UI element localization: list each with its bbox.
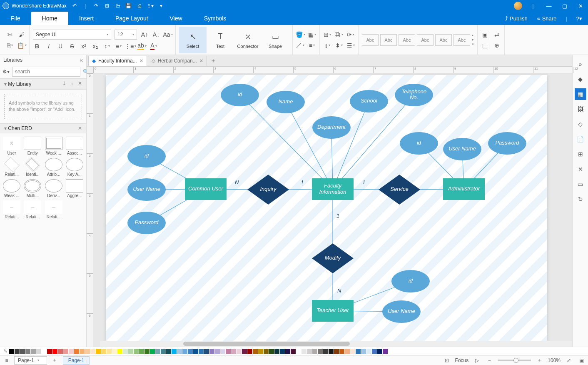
style-preset-4[interactable]: Abc <box>417 34 434 46</box>
more-button[interactable]: ⊕ <box>493 41 501 50</box>
strikethrough-button[interactable]: S <box>68 42 76 50</box>
font-size-select[interactable]: 12▾ <box>115 30 137 40</box>
color-swatch[interactable] <box>107 349 112 354</box>
shape-weak ...[interactable]: Weak ... <box>2 178 22 199</box>
doc-tab-add[interactable]: ＋ <box>208 56 219 66</box>
qat-dropdown[interactable]: ▾ <box>157 2 165 10</box>
copy-button[interactable]: ⎘ <box>6 41 14 50</box>
color-swatch[interactable] <box>15 349 20 354</box>
zoom-out-button[interactable]: − <box>485 356 493 365</box>
publish-button[interactable]: ⤴Publish <box>502 12 531 24</box>
distribute-button[interactable]: ⫿ <box>323 41 331 50</box>
color-swatch[interactable] <box>280 349 285 354</box>
color-swatch[interactable] <box>269 349 274 354</box>
color-swatch[interactable] <box>117 349 122 354</box>
color-swatch[interactable] <box>209 349 214 354</box>
user-avatar[interactable] <box>514 2 522 10</box>
layers-button[interactable]: ▣ <box>481 30 489 39</box>
line-style-button[interactable]: ≡ <box>308 41 316 50</box>
style-preset-2[interactable]: Abc <box>380 34 397 46</box>
color-swatch[interactable] <box>47 349 52 354</box>
shape-key a...[interactable]: Key A... <box>65 157 85 178</box>
color-swatch[interactable] <box>193 349 198 354</box>
export-button[interactable]: ⇪▾ <box>147 2 154 10</box>
window-minimize[interactable]: — <box>544 3 554 9</box>
layers-icon[interactable]: ◇ <box>575 118 586 130</box>
shape-tool[interactable]: ▭Shape <box>262 27 289 53</box>
shape-aggre...[interactable]: Aggre... <box>65 178 85 199</box>
undo-button[interactable]: ↶ <box>71 2 78 10</box>
redo-button[interactable]: ↷ <box>92 2 100 10</box>
style-expand[interactable]: ≡ <box>472 42 474 46</box>
lib-close-icon[interactable]: ✕ <box>78 80 82 88</box>
tab-page-layout[interactable]: Page Layout <box>105 12 159 25</box>
history-icon[interactable]: ↻ <box>575 193 586 205</box>
color-swatch[interactable] <box>220 349 225 354</box>
superscript-button[interactable]: x² <box>80 42 88 50</box>
color-swatch[interactable] <box>274 349 279 354</box>
color-swatch[interactable] <box>9 349 14 354</box>
color-swatch[interactable] <box>258 349 263 354</box>
color-swatch[interactable] <box>301 349 306 354</box>
eyedropper-icon[interactable]: ✎ <box>2 348 9 354</box>
color-swatch[interactable] <box>247 349 252 354</box>
fit-page-icon[interactable]: ⤢ <box>565 356 573 365</box>
decrease-font-button[interactable]: A↓ <box>152 30 160 39</box>
color-swatch[interactable] <box>63 349 68 354</box>
format-painter-icon[interactable]: ◆ <box>575 73 586 85</box>
color-swatch[interactable] <box>96 349 101 354</box>
shape-user[interactable]: 웃User <box>2 136 22 156</box>
shadow-button[interactable]: ▦ <box>308 30 316 39</box>
select-tool[interactable]: ↖Select <box>179 27 207 53</box>
color-swatch[interactable] <box>134 349 139 354</box>
help-button[interactable]: ?▾ <box>573 12 586 24</box>
align-button[interactable]: ⊞ <box>323 30 331 39</box>
style-scroll-down[interactable]: ▾ <box>472 38 474 42</box>
arrange-button[interactable]: ☰ <box>346 41 355 50</box>
color-swatch[interactable] <box>285 349 290 354</box>
find-button[interactable]: ⇄ <box>493 30 501 39</box>
line-button[interactable]: ／ <box>296 41 304 50</box>
shape-relati...[interactable]: Relati... <box>2 157 22 178</box>
shape-entity[interactable]: Entity <box>22 136 42 156</box>
zoom-slider[interactable] <box>498 360 531 361</box>
color-swatch[interactable] <box>199 349 204 354</box>
print-button[interactable]: 🖨 <box>136 2 143 10</box>
my-library-header[interactable]: ▾ My Library ⤓ ＋ ✕ <box>0 78 86 90</box>
color-swatch[interactable] <box>80 349 85 354</box>
color-swatch[interactable] <box>361 349 366 354</box>
shape-deriv...[interactable]: Deriv... <box>44 178 64 199</box>
close-icon[interactable]: ✕ <box>199 58 203 64</box>
highlight-button[interactable]: ab <box>138 42 146 50</box>
tab-view[interactable]: View <box>159 12 193 25</box>
color-swatch[interactable] <box>291 349 296 354</box>
style-preset-3[interactable]: Abc <box>399 34 415 46</box>
connector-tool[interactable]: ⤫Connector <box>234 27 262 53</box>
color-swatch[interactable] <box>345 349 350 354</box>
doc-tab-1[interactable]: ◆Faculty Informa...✕ <box>88 56 147 66</box>
lib-import-icon[interactable]: ⤓ <box>62 80 66 88</box>
color-swatch[interactable] <box>42 349 47 354</box>
add-page-button[interactable]: ＋ <box>50 356 59 365</box>
color-swatch[interactable] <box>264 349 269 354</box>
color-swatch[interactable] <box>312 349 317 354</box>
page-selector[interactable]: Page-1▾ <box>14 356 47 365</box>
paste-button[interactable]: 📋 <box>17 41 26 50</box>
underline-button[interactable]: U <box>56 42 65 50</box>
color-swatch[interactable] <box>296 349 301 354</box>
size-button[interactable]: ⬍ <box>335 41 343 50</box>
presentation-icon[interactable]: ▭ <box>575 178 586 190</box>
color-swatch[interactable] <box>150 349 155 354</box>
group-button[interactable]: ⿻ <box>335 30 343 39</box>
save-button[interactable]: 💾 <box>125 2 132 10</box>
color-swatch[interactable] <box>69 349 74 354</box>
bold-button[interactable]: B <box>33 42 41 50</box>
canvas-page[interactable]: idUser NamePasswordidNameDepartmentSchoo… <box>106 75 547 347</box>
color-swatch[interactable] <box>334 349 339 354</box>
page-list-icon[interactable]: ≡ <box>2 356 11 365</box>
italic-button[interactable]: I <box>45 42 53 50</box>
format-painter-button[interactable]: 🖌 <box>17 30 26 39</box>
share-button[interactable]: ∝Share <box>533 12 560 24</box>
lib-add-icon[interactable]: ＋ <box>70 80 75 88</box>
page-tab-active[interactable]: Page-1 <box>63 356 90 365</box>
